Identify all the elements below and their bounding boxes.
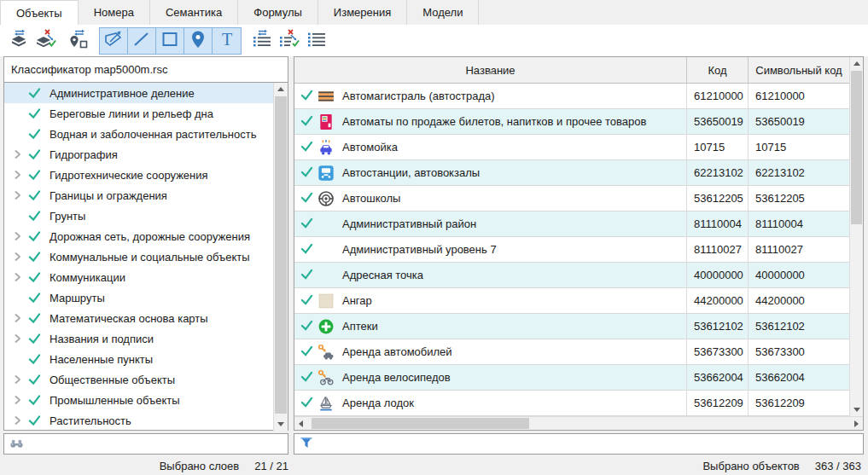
check-icon[interactable] xyxy=(300,140,313,154)
table-row[interactable]: Административный район 81110004 81110004 xyxy=(294,211,849,237)
scroll-left-icon[interactable] xyxy=(294,417,307,430)
column-header-symbol-code[interactable]: Символьный код xyxy=(749,57,849,83)
check-icon[interactable] xyxy=(300,293,313,308)
column-header-name[interactable]: Название xyxy=(294,57,687,83)
chevron-right-icon[interactable] xyxy=(11,374,23,385)
chevron-right-icon[interactable] xyxy=(11,190,23,200)
tree-scroll-thumb[interactable] xyxy=(275,96,287,414)
tree-item[interactable]: Растительность xyxy=(4,410,273,431)
text-tool-button[interactable]: T xyxy=(213,28,241,54)
check-icon[interactable] xyxy=(300,268,313,282)
tab-semantics[interactable]: Семантика xyxy=(150,0,238,25)
table-scrollbar[interactable] xyxy=(849,57,863,416)
tree-item[interactable]: Дорожная сеть, дорожные сооружения xyxy=(4,226,273,246)
check-icon[interactable] xyxy=(27,210,42,222)
object-filter-box[interactable] xyxy=(294,433,864,455)
table-hscroll-thumb[interactable] xyxy=(312,418,529,429)
scroll-right-icon[interactable] xyxy=(850,417,863,430)
check-icon[interactable] xyxy=(27,128,42,140)
check-icon[interactable] xyxy=(27,87,42,99)
chevron-right-icon[interactable] xyxy=(11,395,23,405)
check-icon[interactable] xyxy=(27,230,42,242)
table-row[interactable]: Автомагистраль (автострада) 61210000 612… xyxy=(294,84,849,109)
tab-models[interactable]: Модели xyxy=(407,0,479,25)
chevron-right-icon[interactable] xyxy=(11,149,23,159)
chevron-right-icon[interactable] xyxy=(11,333,23,344)
scroll-down-icon[interactable] xyxy=(850,403,863,416)
list-bullets-button[interactable] xyxy=(303,28,330,54)
table-horizontal-scrollbar[interactable] xyxy=(294,416,863,430)
point-sync-button[interactable] xyxy=(65,28,92,54)
layer-search-box[interactable] xyxy=(3,433,288,455)
tree-item[interactable]: Общественные объекты xyxy=(4,369,273,390)
tree-item[interactable]: Грунты xyxy=(4,206,273,226)
tree-item[interactable]: Гидрография xyxy=(4,144,273,165)
list-uncheck-button[interactable] xyxy=(276,28,303,54)
scroll-down-icon[interactable] xyxy=(274,418,288,431)
chevron-right-icon[interactable] xyxy=(11,170,23,180)
table-scroll-thumb[interactable] xyxy=(851,71,862,224)
check-icon[interactable] xyxy=(27,271,42,283)
table-row[interactable]: Автоматы по продаже билетов, напитков и … xyxy=(294,109,849,135)
tree-item[interactable]: Населенные пункты xyxy=(4,349,273,369)
check-icon[interactable] xyxy=(27,312,42,324)
check-icon[interactable] xyxy=(27,251,42,263)
tab-measurements[interactable]: Измерения xyxy=(318,0,407,25)
layer-search-input[interactable] xyxy=(29,434,288,454)
check-icon[interactable] xyxy=(27,148,42,160)
check-icon[interactable] xyxy=(300,345,313,359)
point-tool-button[interactable] xyxy=(184,28,213,54)
check-icon[interactable] xyxy=(300,217,313,231)
tree-item[interactable]: Промышленные объекты xyxy=(4,390,273,410)
table-row[interactable]: Аптеки 53612102 53612102 xyxy=(294,314,849,339)
column-header-code[interactable]: Код xyxy=(687,57,749,83)
check-icon[interactable] xyxy=(27,169,42,181)
check-icon[interactable] xyxy=(300,89,313,103)
check-icon[interactable] xyxy=(300,165,313,180)
layers-uncheck-button[interactable] xyxy=(32,28,60,54)
check-icon[interactable] xyxy=(27,107,42,119)
list-sync-button[interactable] xyxy=(248,28,276,54)
tree-item[interactable]: Водная и заболоченная растительность xyxy=(4,124,273,144)
tree-item[interactable]: Коммунальные и социальные объекты xyxy=(4,246,273,267)
object-filter-input[interactable] xyxy=(318,434,863,454)
table-row[interactable]: Аренда лодок 53612209 53612209 xyxy=(294,391,849,416)
check-icon[interactable] xyxy=(300,319,313,333)
tree-item[interactable]: Гидротехнические сооружения xyxy=(4,165,273,185)
chevron-right-icon[interactable] xyxy=(11,252,23,262)
table-row[interactable]: Автомойка 10715 10715 xyxy=(294,135,849,160)
layers-sync-button[interactable] xyxy=(5,28,32,54)
tree-item[interactable]: Административное деление xyxy=(4,83,273,103)
tab-formulas[interactable]: Формулы xyxy=(238,0,318,25)
scroll-up-icon[interactable] xyxy=(274,83,288,96)
chevron-right-icon[interactable] xyxy=(11,231,23,241)
check-icon[interactable] xyxy=(300,370,313,385)
table-row[interactable]: Аренда велосипедов 53662004 53662004 xyxy=(294,365,849,391)
tree-item[interactable]: Математическая основа карты xyxy=(4,308,273,328)
tree-item[interactable]: Коммуникации xyxy=(4,267,273,287)
tab-objects[interactable]: Объекты xyxy=(0,0,79,25)
tree-item[interactable]: Границы и ограждения xyxy=(4,185,273,206)
table-row[interactable]: Административный уровень 7 81110027 8111… xyxy=(294,237,849,263)
check-icon[interactable] xyxy=(300,191,313,206)
scroll-up-icon[interactable] xyxy=(850,57,863,70)
rectangle-tool-button[interactable] xyxy=(156,28,184,54)
check-icon[interactable] xyxy=(300,114,313,129)
check-icon[interactable] xyxy=(27,353,42,365)
chevron-right-icon[interactable] xyxy=(11,415,23,426)
check-icon[interactable] xyxy=(27,414,42,426)
check-icon[interactable] xyxy=(300,396,313,410)
chevron-right-icon[interactable] xyxy=(11,313,23,323)
tab-numbers[interactable]: Номера xyxy=(79,0,150,25)
check-icon[interactable] xyxy=(27,189,42,201)
line-tool-button[interactable] xyxy=(128,28,156,54)
tree-scrollbar[interactable] xyxy=(273,83,288,431)
check-icon[interactable] xyxy=(27,374,42,385)
table-row[interactable]: Аренда автомобилей 53673300 53673300 xyxy=(294,339,849,365)
table-row[interactable]: Адресная точка 40000000 40000000 xyxy=(294,263,849,288)
polygon-tool-button[interactable] xyxy=(100,28,128,54)
table-row[interactable]: Автошколы 53612205 53612205 xyxy=(294,186,849,211)
check-icon[interactable] xyxy=(27,292,42,304)
check-icon[interactable] xyxy=(27,394,42,406)
check-icon[interactable] xyxy=(300,242,313,257)
